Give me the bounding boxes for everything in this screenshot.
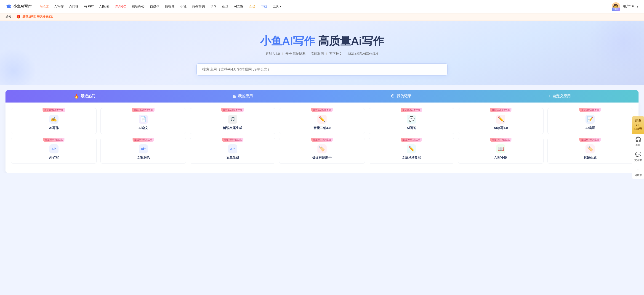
card-title-ai-qa: Ai问答	[372, 126, 451, 130]
navbar: 小鱼AI写作 Ai论文 Ai写作 Ai问答 Ai PPT Ai图/表 降AIGC…	[0, 0, 644, 13]
sidebar-service-btn[interactable]: 🎧 客服	[632, 134, 644, 149]
card-icon-title-gen: 🏷️	[586, 144, 595, 153]
card-polish[interactable]: 最近34433次生成 Ai⁺ 文案润色	[100, 138, 186, 164]
card-badge: 最近36440次生成	[43, 138, 65, 142]
nav-item-ai-write[interactable]: Ai写作	[52, 0, 66, 13]
logo[interactable]: 小鱼AI写作	[6, 3, 32, 9]
tab-my-record[interactable]: ⏱ 我的记录	[322, 90, 480, 102]
card-badge: 最近193376次生成	[221, 108, 244, 112]
username[interactable]: 用户*56	[623, 4, 634, 8]
avatar-badge: 智能版	[612, 7, 620, 11]
card-icon-ai-qa: 💬	[407, 115, 416, 124]
card-smart-create[interactable]: 最近90396次生成 ✏️ 智能二创4.0	[279, 108, 365, 134]
hero-title-rest: 高质量Ai写作	[315, 35, 384, 47]
notice-prefix: 通知：	[6, 15, 14, 19]
card-title-ai-write: AI写作	[14, 126, 94, 130]
card-icon-ai-expand: Ai⁺	[49, 144, 58, 153]
tab-my-record-label: 我的记录	[397, 94, 411, 99]
notice-link[interactable]: 邀请1好友 每天多送1次	[22, 15, 53, 19]
card-badge: 最近34433次生成	[132, 138, 154, 142]
card-article-gen[interactable]: 最近32764次生成 Ai⁺ 文章生成	[190, 138, 276, 164]
tabs-bar: 🔥 最近热门 ⊞ 我的应用 ⏱ 我的记录 + 自定义应用	[6, 90, 638, 102]
nav-item-ai-ppt[interactable]: Ai PPT	[81, 0, 97, 13]
nav-item-ai-qa[interactable]: Ai问答	[66, 0, 81, 13]
card-icon-smart-create: ✏️	[318, 115, 326, 124]
nav-right: 🧑 智能版 用户*56 ▾	[612, 2, 638, 10]
tab-my-app[interactable]: ⊞ 我的应用	[164, 90, 322, 102]
chevron-down-icon: ▾	[280, 0, 281, 13]
card-icon-article-gen: Ai⁺	[228, 144, 237, 153]
fire-icon: 🔥	[74, 94, 79, 99]
nav-item-tools[interactable]: 工具 ▾	[270, 0, 284, 13]
nav-item-vip[interactable]: 会员	[246, 0, 258, 13]
card-ai-write[interactable]: 最近190190次生成 ✍️ AI写作	[11, 108, 97, 134]
clock-icon: ⏱	[391, 94, 395, 99]
nav-item-novel[interactable]: 小说	[177, 0, 189, 13]
card-badge: 最近190097次生成	[132, 108, 154, 112]
tabs-section: 🔥 最近热门 ⊞ 我的应用 ⏱ 我的记录 + 自定义应用 最近190190次生成…	[0, 90, 644, 173]
service-label: 客服	[636, 143, 640, 147]
card-title-viral-title: 爆文标题助手	[282, 156, 362, 160]
card-title-article-gen: 文章生成	[193, 156, 272, 160]
card-ai-paper[interactable]: 最近190097次生成 📄 Ai论文	[100, 108, 186, 134]
hero-tag-4: 万字长文	[329, 52, 342, 56]
search-wrap	[196, 63, 448, 76]
notice-bar: 通知： 🎁 邀请1好友 每天多送1次	[0, 13, 644, 21]
card-ai-qa[interactable]: 最近85277次生成 💬 Ai问答	[368, 108, 454, 134]
headset-icon: 🎧	[635, 136, 641, 142]
nav-item-lower-aigc[interactable]: 降AIGC	[112, 0, 129, 13]
tab-hot[interactable]: 🔥 最近热门	[6, 90, 164, 102]
card-title-ai-continue: AI续写	[550, 126, 630, 130]
card-title-explainer: 解说文案生成	[193, 126, 272, 130]
card-ai-rewrite[interactable]: 最近56250次生成 ✏️ AI改写1.0	[458, 108, 544, 134]
search-input[interactable]	[196, 63, 448, 76]
sidebar-group-btn[interactable]: 💬 交流群	[632, 149, 644, 164]
card-title-style-rewrite: 文章风格改写	[372, 156, 451, 160]
nav-item-ai-copy[interactable]: AI文案	[231, 0, 246, 13]
nav-item-marketing[interactable]: 商务营销	[189, 0, 208, 13]
nav-item-short-video[interactable]: 短视频	[162, 0, 177, 13]
nav-item-ai-paper[interactable]: Ai论文	[37, 0, 52, 13]
card-badge: 最近190190次生成	[42, 108, 65, 112]
nav-item-download[interactable]: 下载	[258, 0, 270, 13]
card-ai-expand[interactable]: 最近36440次生成 Ai⁺ AI扩写	[11, 138, 97, 164]
hero-tag-1: 原创·Ai4.0	[265, 52, 280, 56]
card-icon-viral-title: 🏷️	[318, 144, 326, 153]
card-badge: 最近32764次生成	[222, 138, 244, 142]
svg-point-0	[10, 5, 10, 6]
card-badge: 最近90396次生成	[311, 108, 333, 112]
logo-text: 小鱼AI写作	[13, 4, 32, 9]
card-ai-novel[interactable]: 最近17174次生成 📖 Ai写小说	[458, 138, 544, 164]
card-badge: 最近38968次生成	[580, 108, 601, 112]
plus-icon: +	[548, 94, 550, 99]
cards-row-1: 最近190190次生成 ✍️ AI写作 最近190097次生成 📄 Ai论文 最…	[11, 108, 633, 134]
sidebar-top-btn[interactable]: ↑ 回顶部	[632, 164, 644, 173]
chevron-down-icon-user[interactable]: ▾	[637, 4, 638, 9]
nav-item-study[interactable]: 学习	[208, 0, 220, 13]
nav-item-media[interactable]: 自媒体	[147, 0, 162, 13]
vip-label: 终身VIP	[634, 119, 642, 127]
avatar[interactable]: 🧑 智能版	[612, 2, 620, 10]
card-ai-continue[interactable]: 最近38968次生成 📝 AI续写	[547, 108, 633, 134]
card-badge: 最近26118次生成	[311, 138, 333, 142]
tab-custom[interactable]: + 自定义应用	[480, 90, 639, 102]
card-title-title-gen: 标题生成	[550, 156, 630, 160]
card-badge: 最近16385次生成	[580, 138, 601, 142]
card-style-rewrite[interactable]: 最近20351次生成 ✏️ 文章风格改写	[368, 138, 454, 164]
nav-item-life[interactable]: 生活	[220, 0, 231, 13]
card-explainer[interactable]: 最近193376次生成 🎵 解说文案生成	[190, 108, 276, 134]
nav-item-workplace[interactable]: 职场办公	[129, 0, 147, 13]
card-icon-ai-continue: 📝	[586, 115, 595, 124]
hero-tag-5: 4831+精品AI写作模板	[348, 52, 379, 56]
card-badge: 最近56250次生成	[490, 108, 512, 112]
card-badge: 最近17174次生成	[490, 138, 512, 142]
hero-tag-2: 安全·保护隐私	[286, 52, 306, 56]
card-icon-polish: Ai⁺	[139, 144, 148, 153]
card-title-gen[interactable]: 最近16385次生成 🏷️ 标题生成	[547, 138, 633, 164]
group-icon: 💬	[635, 151, 641, 157]
card-viral-title[interactable]: 最近26118次生成 🏷️ 爆文标题助手	[279, 138, 365, 164]
card-badge: 最近85277次生成	[400, 108, 422, 112]
nav-item-ai-chart[interactable]: Ai图/表	[97, 0, 112, 13]
sidebar-vip-btn[interactable]: 终身VIP 168元	[632, 116, 644, 134]
card-icon-explainer: 🎵	[228, 115, 237, 124]
